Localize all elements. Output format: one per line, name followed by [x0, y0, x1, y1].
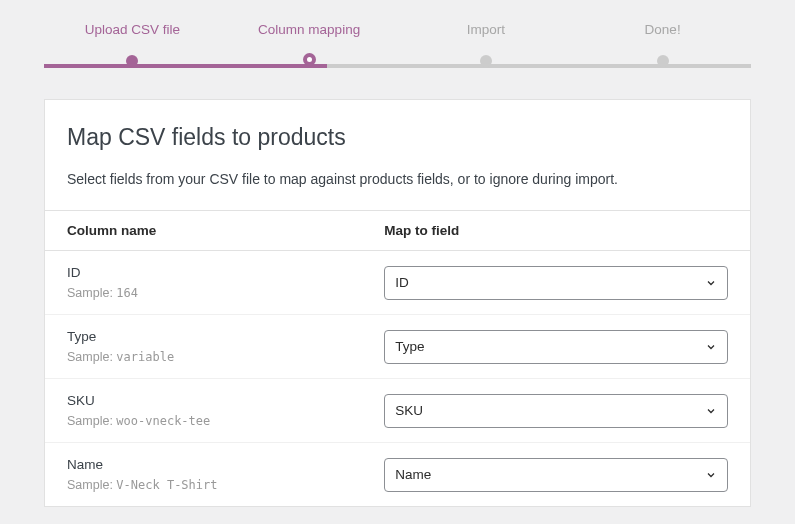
- step-done: Done!: [574, 22, 751, 67]
- chevron-down-icon: [705, 277, 717, 289]
- table-row: SKU Sample: woo-vneck-tee SKU: [45, 379, 750, 443]
- step-column-mapping[interactable]: Column mapping: [221, 22, 398, 67]
- field-name: ID: [67, 265, 384, 280]
- step-label: Upload CSV file: [44, 22, 221, 37]
- field-sample: Sample: V-Neck T-Shirt: [67, 478, 384, 492]
- step-label: Done!: [574, 22, 751, 37]
- field-sample: Sample: woo-vneck-tee: [67, 414, 384, 428]
- page-description: Select fields from your CSV file to map …: [67, 169, 728, 190]
- column-header-name: Column name: [67, 223, 384, 238]
- table-row: Name Sample: V-Neck T-Shirt Name: [45, 443, 750, 506]
- step-label: Import: [398, 22, 575, 37]
- step-dot-icon: [657, 55, 669, 67]
- table-row: ID Sample: 164 ID: [45, 251, 750, 315]
- step-dot-icon: [480, 55, 492, 67]
- select-value: Name: [395, 467, 431, 482]
- table-row: Type Sample: variable Type: [45, 315, 750, 379]
- stepper-progress: [44, 64, 327, 68]
- progress-stepper: Upload CSV file Column mapping Import Do…: [0, 22, 795, 67]
- field-sample: Sample: variable: [67, 350, 384, 364]
- mapping-table-header: Column name Map to field: [45, 210, 750, 251]
- field-name: Name: [67, 457, 384, 472]
- step-import: Import: [398, 22, 575, 67]
- select-value: Type: [395, 339, 424, 354]
- chevron-down-icon: [705, 405, 717, 417]
- field-name: SKU: [67, 393, 384, 408]
- map-field-select[interactable]: Name: [384, 458, 728, 492]
- step-upload-csv[interactable]: Upload CSV file: [44, 22, 221, 67]
- chevron-down-icon: [705, 469, 717, 481]
- map-field-select[interactable]: SKU: [384, 394, 728, 428]
- chevron-down-icon: [705, 341, 717, 353]
- select-value: SKU: [395, 403, 423, 418]
- column-header-map: Map to field: [384, 223, 728, 238]
- step-dot-icon: [303, 53, 316, 66]
- page-title: Map CSV fields to products: [67, 124, 728, 151]
- field-name: Type: [67, 329, 384, 344]
- mapping-panel: Map CSV fields to products Select fields…: [44, 99, 751, 507]
- field-sample: Sample: 164: [67, 286, 384, 300]
- step-label: Column mapping: [221, 22, 398, 37]
- select-value: ID: [395, 275, 409, 290]
- map-field-select[interactable]: Type: [384, 330, 728, 364]
- map-field-select[interactable]: ID: [384, 266, 728, 300]
